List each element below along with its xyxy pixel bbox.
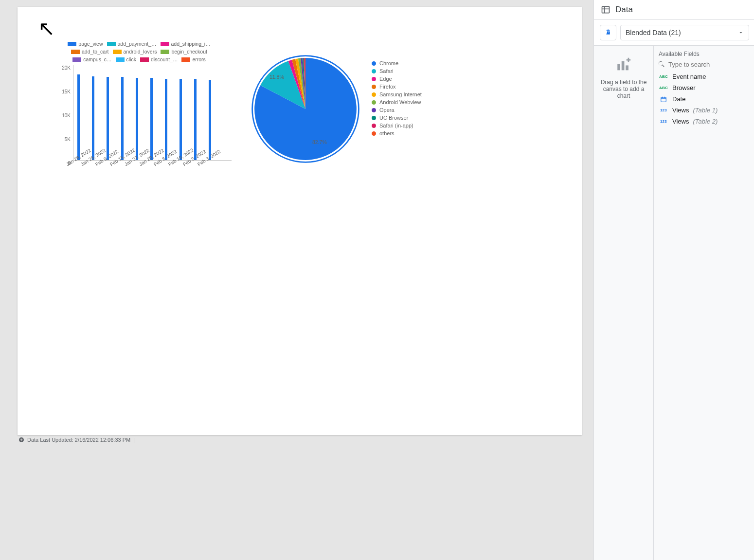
legend-swatch bbox=[71, 50, 80, 54]
refresh-icon bbox=[18, 437, 24, 443]
legend-item: add_to_cart bbox=[71, 49, 108, 54]
legend-label: Android Webview bbox=[379, 99, 421, 105]
legend-label: Safari (in-app) bbox=[379, 123, 413, 128]
field-row[interactable]: ABCEvent name bbox=[654, 71, 754, 82]
bar-column bbox=[136, 78, 138, 160]
legend-swatch bbox=[161, 42, 169, 46]
y-tick-label: 20K bbox=[54, 65, 71, 71]
svg-rect-4 bbox=[617, 64, 620, 71]
legend-swatch bbox=[372, 108, 376, 112]
report-page[interactable]: ↖ page_viewadd_payment_…add_shipping_i…a… bbox=[18, 7, 582, 435]
legend-item: UC Browser bbox=[372, 115, 422, 121]
bar-chart-plot: 05K10K15K20K bbox=[73, 65, 232, 161]
svg-rect-5 bbox=[622, 61, 625, 70]
datasource-select[interactable]: Blended Data (21) bbox=[620, 25, 749, 40]
pie-chart[interactable]: 11.8% 82.7% ChromeSafariEdgeFirefoxSamsu… bbox=[250, 54, 422, 166]
field-row[interactable]: 123Views(Table 1) bbox=[654, 105, 754, 116]
status-text: Data Last Updated: 2/16/2022 12:06:33 PM bbox=[27, 437, 130, 443]
legend-label: Edge bbox=[379, 76, 392, 82]
field-row[interactable]: Date bbox=[654, 93, 754, 105]
legend-item: Safari bbox=[372, 68, 422, 74]
bar-column bbox=[165, 79, 167, 160]
legend-swatch bbox=[372, 124, 376, 128]
pie-slice-label-safari: 11.8% bbox=[269, 74, 284, 80]
data-panel-title: Data bbox=[615, 5, 633, 15]
legend-swatch bbox=[372, 131, 376, 136]
legend-label: campus_c… bbox=[83, 56, 111, 62]
legend-item: android_lovers bbox=[113, 49, 157, 54]
legend-swatch bbox=[372, 92, 376, 97]
legend-item: begin_checkout bbox=[161, 49, 207, 54]
bar-chart[interactable]: page_viewadd_payment_…add_shipping_i…add… bbox=[47, 41, 232, 184]
legend-item: Android Webview bbox=[372, 99, 422, 105]
legend-item: click bbox=[116, 56, 136, 62]
drop-zone-hint: Drag a field to the canvas to add a char… bbox=[600, 79, 647, 99]
svg-rect-6 bbox=[626, 65, 628, 70]
legend-item: Opera bbox=[372, 107, 422, 113]
fields-search-input[interactable] bbox=[668, 61, 750, 68]
data-refresh-status: Data Last Updated: 2/16/2022 12:06:33 PM… bbox=[18, 435, 582, 445]
legend-item: add_shipping_i… bbox=[161, 41, 211, 47]
field-table-suffix: (Table 2) bbox=[693, 118, 718, 125]
legend-swatch bbox=[161, 50, 169, 54]
bar-column bbox=[92, 76, 94, 160]
bar-chart-legend: page_viewadd_payment_…add_shipping_i…add… bbox=[47, 41, 232, 65]
legend-swatch bbox=[181, 57, 190, 62]
legend-item: Edge bbox=[372, 76, 422, 82]
legend-swatch bbox=[140, 57, 149, 62]
legend-item: Chrome bbox=[372, 60, 422, 66]
bar-column bbox=[150, 78, 153, 160]
svg-rect-1 bbox=[602, 6, 610, 13]
legend-label: discount_… bbox=[151, 56, 178, 62]
legend-label: Firefox bbox=[379, 84, 396, 90]
bar-column bbox=[194, 79, 197, 160]
field-label: Views bbox=[672, 118, 689, 125]
field-label: Views bbox=[672, 107, 689, 114]
blend-data-button[interactable] bbox=[600, 25, 616, 40]
field-label: Date bbox=[672, 95, 685, 103]
y-tick-label: 5K bbox=[54, 137, 71, 142]
field-label: Browser bbox=[672, 84, 696, 91]
data-panel: Data Blended Data (21) Drag a field to t… bbox=[593, 0, 754, 560]
datasource-select-label: Blended Data (21) bbox=[626, 29, 681, 36]
legend-label: errors bbox=[192, 56, 205, 62]
legend-swatch bbox=[372, 100, 376, 105]
legend-item: add_payment_… bbox=[107, 41, 157, 47]
y-tick-label: 15K bbox=[54, 89, 71, 94]
data-grid-icon bbox=[601, 5, 610, 15]
bar-column bbox=[180, 79, 182, 160]
blend-icon bbox=[604, 28, 612, 37]
legend-swatch bbox=[372, 61, 376, 66]
number-type-icon: 123 bbox=[659, 119, 668, 124]
legend-item: Safari (in-app) bbox=[372, 123, 422, 128]
field-table-suffix: (Table 1) bbox=[693, 107, 718, 114]
legend-swatch bbox=[372, 116, 376, 120]
field-row[interactable]: 123Views(Table 2) bbox=[654, 116, 754, 127]
bar-column bbox=[77, 74, 80, 160]
legend-item: errors bbox=[181, 56, 205, 62]
field-row[interactable]: ABCBrowser bbox=[654, 82, 754, 93]
bar-column bbox=[121, 77, 124, 160]
pie-chart-legend: ChromeSafariEdgeFirefoxSamsung InternetA… bbox=[372, 54, 422, 136]
data-panel-header: Data bbox=[594, 0, 754, 20]
legend-label: UC Browser bbox=[379, 115, 408, 121]
legend-swatch bbox=[372, 85, 376, 89]
chart-drop-zone[interactable]: Drag a field to the canvas to add a char… bbox=[594, 46, 654, 560]
legend-swatch bbox=[372, 69, 376, 73]
legend-item: page_view bbox=[68, 41, 103, 47]
chevron-down-icon bbox=[738, 30, 744, 36]
pie-chart-plot bbox=[250, 54, 361, 164]
legend-label: add_to_cart bbox=[82, 49, 108, 54]
legend-label: add_shipping_i… bbox=[171, 41, 211, 47]
text-type-icon: ABC bbox=[659, 74, 668, 79]
legend-swatch bbox=[372, 77, 376, 81]
legend-item: Samsung Internet bbox=[372, 91, 422, 97]
legend-label: android_lovers bbox=[124, 49, 157, 54]
legend-item: discount_… bbox=[140, 56, 178, 62]
bar-chart-x-axis: Jan 26, 2022Jan 25, 2022Feb 9, 2022Feb 1… bbox=[73, 161, 232, 184]
field-label: Event name bbox=[672, 73, 706, 80]
svg-rect-7 bbox=[661, 97, 666, 101]
legend-label: page_view bbox=[78, 41, 103, 47]
date-type-icon bbox=[659, 96, 668, 103]
legend-swatch bbox=[68, 42, 76, 46]
